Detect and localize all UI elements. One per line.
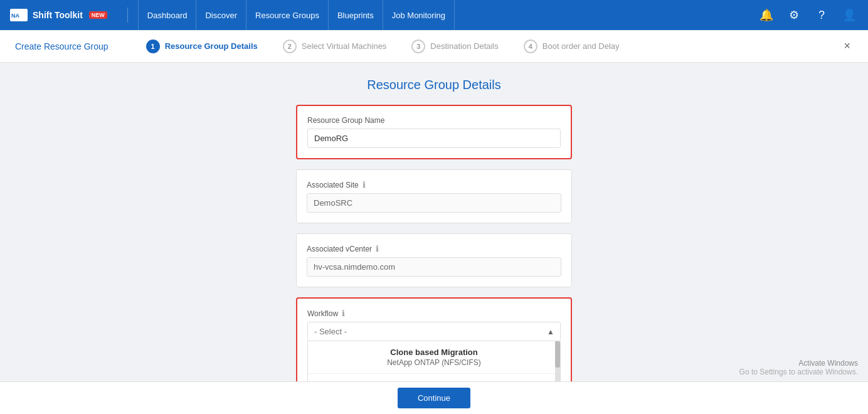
top-navigation: NA Shift Toolkit NEW Dashboard Discover … xyxy=(0,0,868,30)
watermark-line2: Go to Settings to activate Windows. xyxy=(739,368,858,376)
watermark-line1: Activate Windows xyxy=(739,359,858,368)
associated-site-section: Associated Site ℹ xyxy=(296,169,572,223)
wizard-step-4[interactable]: 4 Boot order and Delay xyxy=(511,40,632,53)
product-name: Shift Toolkit xyxy=(33,10,83,20)
associated-vcenter-label: Associated vCenter ℹ xyxy=(307,244,561,253)
wizard-step-2[interactable]: 2 Select Virtual Machines xyxy=(270,40,400,53)
form-title: Resource Group Details xyxy=(367,78,500,92)
step-1-label: Resource Group Details xyxy=(165,41,258,51)
workflow-select-wrapper: ▲ xyxy=(307,322,561,341)
scrollbar-thumb xyxy=(555,341,560,368)
wizard-step-3[interactable]: 3 Destination Details xyxy=(399,40,511,53)
nav-icons: 🔔 ⚙ ? 👤 xyxy=(758,6,858,24)
associated-site-input xyxy=(307,193,561,213)
step-1-circle: 1 xyxy=(146,40,160,53)
notification-icon[interactable]: 🔔 xyxy=(758,6,775,24)
workflow-dropdown-list: Clone based Migration NetApp ONTAP (NFS/… xyxy=(307,341,561,381)
dropdown-scrollbar xyxy=(555,341,560,381)
svg-text:NA: NA xyxy=(11,13,19,19)
step-2-circle: 2 xyxy=(283,40,297,53)
user-icon[interactable]: 👤 xyxy=(840,6,858,24)
nav-dashboard[interactable]: Dashboard xyxy=(138,0,197,30)
step-4-circle: 4 xyxy=(524,40,537,53)
activate-watermark: Activate Windows Go to Settings to activ… xyxy=(739,359,858,376)
step-3-circle: 3 xyxy=(411,40,425,53)
wizard-step-1[interactable]: 1 Resource Group Details xyxy=(134,40,270,53)
step-4-label: Boot order and Delay xyxy=(542,41,620,51)
main-content: Resource Group Details Resource Group Na… xyxy=(0,63,868,381)
netapp-logo: NA xyxy=(10,9,28,21)
nav-job-monitoring[interactable]: Job Monitoring xyxy=(383,0,455,30)
dropdown-item-1[interactable]: Clone based Conversion NetApp ONTAP (NFS… xyxy=(308,374,560,381)
continue-button[interactable]: Continue xyxy=(398,388,470,408)
footer: Continue xyxy=(0,381,868,414)
step-2-label: Select Virtual Machines xyxy=(302,41,387,51)
nav-blueprints[interactable]: Blueprints xyxy=(329,0,383,30)
dropdown-item-0-subtitle: NetApp ONTAP (NFS/CIFS) xyxy=(317,358,551,367)
dropdown-item-0[interactable]: Clone based Migration NetApp ONTAP (NFS/… xyxy=(308,341,560,374)
nav-resource-groups[interactable]: Resource Groups xyxy=(246,0,329,30)
resource-group-name-label: Resource Group Name xyxy=(307,116,561,125)
nav-discover[interactable]: Discover xyxy=(196,0,246,30)
nav-divider xyxy=(127,8,128,23)
help-icon[interactable]: ? xyxy=(813,6,830,24)
step-3-label: Destination Details xyxy=(430,41,498,51)
workflow-select-input[interactable] xyxy=(307,322,561,341)
associated-site-info-icon[interactable]: ℹ xyxy=(363,180,366,189)
resource-group-name-section: Resource Group Name xyxy=(296,105,572,159)
dropdown-item-1-title: Clone based Conversion xyxy=(317,380,551,381)
dropdown-item-0-title: Clone based Migration xyxy=(317,348,551,357)
wizard-steps: 1 Resource Group Details 2 Select Virtua… xyxy=(134,40,827,53)
associated-vcenter-section: Associated vCenter ℹ xyxy=(296,233,572,287)
wizard-header: Create Resource Group 1 Resource Group D… xyxy=(0,30,868,63)
nav-links: Dashboard Discover Resource Groups Bluep… xyxy=(138,0,758,30)
wizard-title: Create Resource Group xyxy=(15,41,109,51)
settings-icon[interactable]: ⚙ xyxy=(785,6,803,24)
workflow-info-icon[interactable]: ℹ xyxy=(342,309,345,318)
associated-vcenter-input xyxy=(307,257,561,277)
workflow-label: Workflow ℹ xyxy=(307,309,561,318)
workflow-section: Workflow ℹ ▲ Clone based Migration NetAp… xyxy=(296,297,572,381)
associated-vcenter-info-icon[interactable]: ℹ xyxy=(376,244,379,253)
brand: NA Shift Toolkit NEW xyxy=(10,9,107,21)
close-button[interactable]: × xyxy=(841,37,853,55)
associated-site-label: Associated Site ℹ xyxy=(307,180,561,189)
product-badge: NEW xyxy=(89,11,107,19)
resource-group-name-input[interactable] xyxy=(307,129,561,148)
